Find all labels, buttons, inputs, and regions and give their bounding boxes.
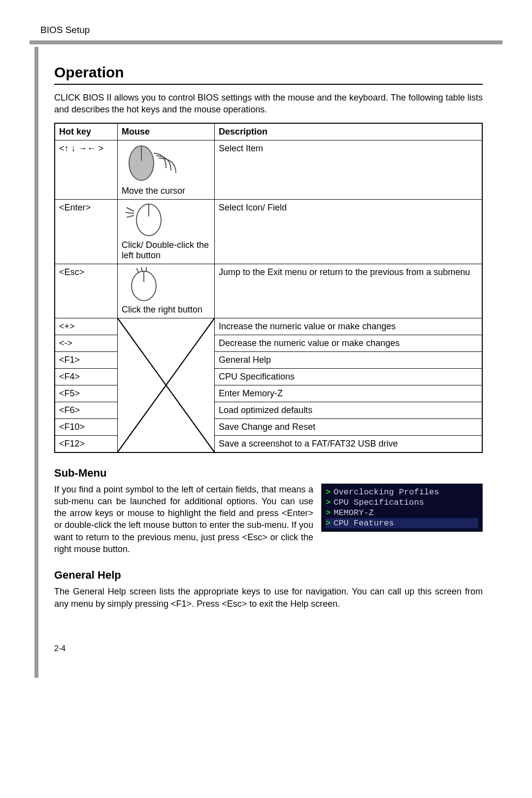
mouse-move-icon bbox=[122, 143, 186, 183]
header-rule bbox=[30, 40, 502, 44]
mouse-leftclick-icon bbox=[122, 203, 171, 237]
cell-mouse: Move the cursor bbox=[118, 140, 215, 199]
cell-desc: Load optimized defaults bbox=[215, 402, 483, 418]
submenu-item-label: CPU Features bbox=[333, 519, 394, 528]
cell-desc: Select Item bbox=[215, 140, 483, 199]
submenu-item: >Overclocking Profiles bbox=[326, 487, 478, 497]
cell-hotkey: <F1> bbox=[55, 351, 118, 368]
intro-text: CLICK BIOS II allows you to control BIOS… bbox=[54, 92, 483, 116]
side-rule bbox=[34, 47, 38, 678]
chevron-right-icon: > bbox=[326, 508, 331, 518]
table-row: <Esc> Click the right button Jump to the… bbox=[55, 264, 482, 318]
svg-line-4 bbox=[127, 208, 134, 211]
table-row: <+> Increase the numeric value or make c… bbox=[55, 318, 482, 335]
page-number: 2-4 bbox=[54, 644, 483, 653]
submenu-item: >MEMORY-Z bbox=[326, 508, 478, 518]
submenu-block: >Overclocking Profiles >CPU Specificatio… bbox=[54, 484, 483, 555]
page: BIOS Setup Operation CLICK BIOS II allow… bbox=[0, 0, 532, 678]
svg-line-5 bbox=[126, 212, 134, 213]
svg-line-9 bbox=[136, 268, 139, 273]
mouse-label: Click/ Double-click the left button bbox=[122, 240, 210, 261]
mouse-label: Move the cursor bbox=[122, 186, 210, 196]
table-row: <↑ ↓ →← > Move the cursor Select Item bbox=[55, 140, 482, 199]
cell-hotkey: <F12> bbox=[55, 435, 118, 452]
cell-hotkey: <↑ ↓ →← > bbox=[55, 140, 118, 199]
cell-mouse-na bbox=[118, 318, 215, 452]
th-mouse: Mouse bbox=[118, 123, 215, 140]
general-help-heading: General Help bbox=[54, 569, 483, 582]
cell-hotkey: <F4> bbox=[55, 368, 118, 385]
cell-desc: Jump to the Exit menu or return to the p… bbox=[215, 264, 483, 318]
submenu-heading: Sub-Menu bbox=[54, 467, 483, 480]
submenu-item-highlighted: >CPU Features bbox=[326, 518, 478, 528]
title-rule bbox=[54, 84, 483, 85]
cell-hotkey: <+> bbox=[55, 318, 118, 335]
chevron-right-icon: > bbox=[326, 498, 331, 507]
header-section-label: BIOS Setup bbox=[40, 25, 502, 35]
th-hotkey: Hot key bbox=[55, 123, 118, 140]
chevron-right-icon: > bbox=[326, 519, 331, 528]
table-row: <Enter> Click/ Double-click the left but… bbox=[55, 199, 482, 264]
general-help-text: The General Help screen lists the approp… bbox=[54, 586, 483, 610]
cell-hotkey: <F5> bbox=[55, 385, 118, 402]
chevron-right-icon: > bbox=[326, 487, 331, 497]
cell-hotkey: <Esc> bbox=[55, 264, 118, 318]
cell-hotkey: <F10> bbox=[55, 418, 118, 435]
submenu-item-label: CPU Specifications bbox=[333, 498, 424, 507]
page-title: Operation bbox=[54, 64, 483, 81]
cell-desc: General Help bbox=[215, 351, 483, 368]
hotkey-table: Hot key Mouse Description <↑ ↓ →← > Move… bbox=[54, 123, 483, 453]
cell-mouse: Click the right button bbox=[118, 264, 215, 318]
cell-desc: Decrease the numeric value or make chang… bbox=[215, 335, 483, 351]
submenu-item-label: Overclocking Profiles bbox=[333, 487, 439, 497]
submenu-screenshot: >Overclocking Profiles >CPU Specificatio… bbox=[321, 484, 483, 532]
table-header-row: Hot key Mouse Description bbox=[55, 123, 482, 140]
cell-hotkey: <F6> bbox=[55, 402, 118, 418]
th-desc: Description bbox=[215, 123, 483, 140]
cell-desc: CPU Specifications bbox=[215, 368, 483, 385]
cell-hotkey: <-> bbox=[55, 335, 118, 351]
cross-icon bbox=[118, 318, 214, 452]
submenu-item: >CPU Specifications bbox=[326, 497, 478, 508]
svg-line-6 bbox=[127, 215, 134, 217]
cell-desc: Save Change and Reset bbox=[215, 418, 483, 435]
mouse-label: Click the right button bbox=[122, 305, 210, 315]
submenu-item-label: MEMORY-Z bbox=[333, 508, 374, 518]
cell-desc: Save a screenshot to a FAT/FAT32 USB dri… bbox=[215, 435, 483, 452]
content-area: Operation CLICK BIOS II allows you to co… bbox=[54, 44, 483, 653]
mouse-rightclick-icon bbox=[122, 267, 171, 302]
cell-desc: Enter Memory-Z bbox=[215, 385, 483, 402]
cell-desc: Select Icon/ Field bbox=[215, 199, 483, 264]
cell-mouse: Click/ Double-click the left button bbox=[118, 199, 215, 264]
cell-hotkey: <Enter> bbox=[55, 199, 118, 264]
cell-desc: Increase the numeric value or make chang… bbox=[215, 318, 483, 335]
